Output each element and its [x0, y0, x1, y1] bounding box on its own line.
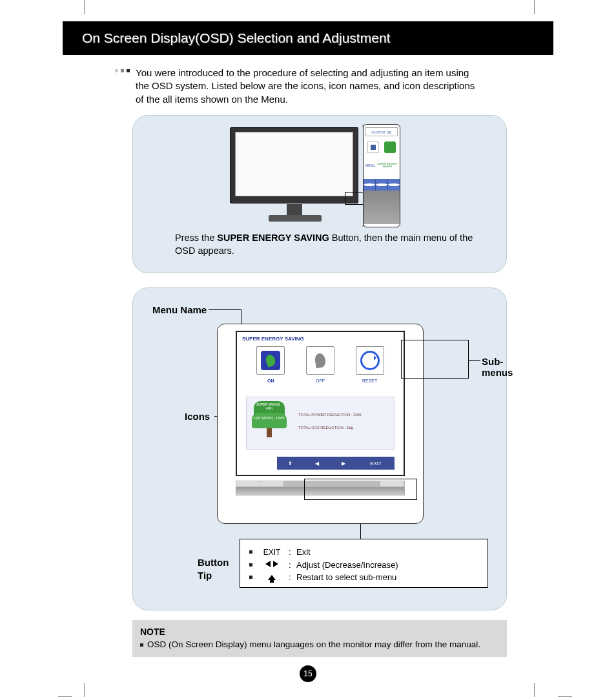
intro-text: You were introduced to the procedure of … — [136, 67, 484, 106]
leader-line — [209, 309, 241, 310]
menu-icon — [367, 141, 379, 153]
tip-home-symbol — [259, 572, 285, 583]
nav-exit-label: EXIT — [357, 461, 395, 466]
zoomed-button-panel: ONITOR SE MENU SUPER ENERGY SAVING — [363, 124, 400, 227]
tip-arrows-symbol — [259, 559, 285, 570]
savings-tree-icon: SUPER SAVING : 4Wh LED SAVING : 15Wh — [252, 401, 287, 444]
osd-icon-row: ON OFF RESET — [246, 346, 395, 395]
zoom-button-strip — [364, 179, 400, 191]
note-box: NOTE OSD (On Screen Display) menu langua… — [132, 620, 507, 657]
energy-saving-icon — [384, 141, 396, 153]
tip-home-text: Restart to select sub-menu — [296, 571, 396, 584]
zoom-menu-label: MENU — [365, 163, 375, 167]
callout-rect-buttons — [304, 479, 417, 500]
leader-line — [469, 360, 480, 361]
osd-off-icon — [306, 346, 334, 375]
tip-exit-text: Exit — [296, 546, 311, 559]
label-menu-name: Menu Name — [152, 304, 207, 315]
label-icons: Icons — [185, 411, 210, 422]
osd-off-label: OFF — [298, 379, 343, 383]
zoom-ses-label: SUPER ENERGY SAVING — [377, 163, 398, 168]
osd-title: SUPER ENERGY SAVING — [242, 336, 304, 342]
crop-marks-top — [0, 0, 616, 18]
page-header: On Screen Display(OSD) Selection and Adj… — [63, 21, 553, 55]
osd-reset-label: RESET — [347, 379, 393, 383]
note-title: NOTE — [140, 627, 499, 637]
label-sub-menus: Sub-menus — [482, 356, 513, 378]
instruction-panel-2: Menu Name Sub-menus Icons Button Tip SUP… — [132, 287, 507, 610]
button-tip-box: EXIT : Exit : Adjust (Decrease/Increase)… — [240, 539, 488, 588]
instruction-panel-1: ONITOR SE MENU SUPER ENERGY SAVING Press… — [132, 115, 507, 273]
panel1-text: Press the SUPER ENERGY SAVING Button, th… — [175, 232, 477, 257]
label-button-tip: Button Tip — [198, 556, 236, 581]
osd-reset-icon — [356, 346, 384, 375]
osd-screen: SUPER ENERGY SAVING ON OFF RESET SUPER S… — [236, 331, 405, 476]
nav-left-icon: ◀ — [303, 461, 330, 466]
nav-right-icon: ▶ — [331, 461, 357, 466]
zoom-top-label: ONITOR SE — [365, 127, 398, 136]
tip-exit-symbol: EXIT — [259, 546, 285, 558]
callout-rect-submenus — [401, 340, 469, 379]
decorative-dots — [115, 69, 130, 72]
osd-on-icon — [256, 346, 285, 375]
stat-co2-reduction: TOTAL CO2 REDUCTION : 16g — [298, 426, 353, 430]
crop-marks-bottom — [0, 679, 616, 697]
stat-power-reduction: TOTAL POWER REDUCTION : 20W — [298, 413, 362, 417]
osd-stats-box: SUPER SAVING : 4Wh LED SAVING : 15Wh TOT… — [246, 397, 395, 450]
monitor-illustration — [230, 127, 358, 229]
note-text: OSD (On Screen Display) menu languages o… — [147, 640, 480, 649]
page-title: On Screen Display(OSD) Selection and Adj… — [82, 30, 390, 46]
osd-nav-bar: ⬆ ◀ ▶ EXIT — [277, 457, 395, 470]
nav-home-icon: ⬆ — [277, 461, 303, 466]
tip-arrows-text: Adjust (Decrease/Increase) — [296, 559, 398, 572]
osd-on-label: ON — [248, 379, 293, 383]
